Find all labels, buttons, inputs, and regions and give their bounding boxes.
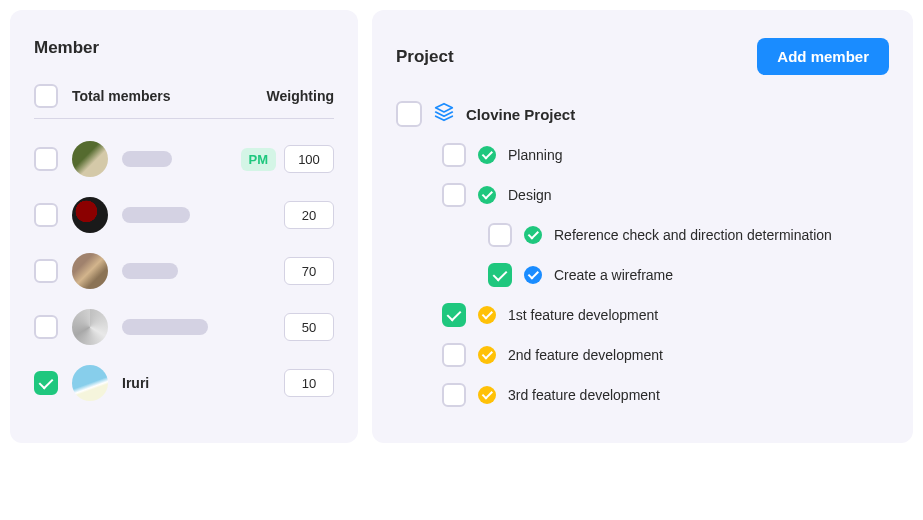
member-row: Iruri: [34, 355, 334, 411]
avatar: [72, 253, 108, 289]
member-name-placeholder: [122, 263, 178, 279]
task-row: 3rd feature development: [442, 375, 889, 415]
task-row: Create a wireframe: [488, 255, 889, 295]
project-tree: PlanningDesignReference check and direct…: [396, 135, 889, 415]
status-icon: [478, 306, 496, 324]
task-row: Design: [442, 175, 889, 215]
member-checkbox[interactable]: [34, 315, 58, 339]
status-icon: [478, 146, 496, 164]
task-label: 2nd feature development: [508, 347, 663, 363]
task-checkbox[interactable]: [442, 383, 466, 407]
member-table-header: Total members Weighting: [34, 84, 334, 119]
project-panel: Project Add member Clovine Project Plann…: [372, 10, 913, 443]
status-icon: [478, 386, 496, 404]
task-label: 3rd feature development: [508, 387, 660, 403]
status-icon: [524, 266, 542, 284]
weight-input[interactable]: [284, 313, 334, 341]
member-name-placeholder: [122, 207, 190, 223]
member-row: [34, 299, 334, 355]
task-label: 1st feature development: [508, 307, 658, 323]
task-label: Planning: [508, 147, 563, 163]
task-checkbox[interactable]: [442, 183, 466, 207]
avatar: [72, 141, 108, 177]
member-checkbox[interactable]: [34, 259, 58, 283]
status-icon: [524, 226, 542, 244]
avatar: [72, 309, 108, 345]
task-checkbox[interactable]: [488, 223, 512, 247]
weight-input[interactable]: [284, 369, 334, 397]
member-row: PM: [34, 131, 334, 187]
weight-input[interactable]: [284, 201, 334, 229]
member-panel-header: Member: [34, 38, 334, 58]
task-row: Planning: [442, 135, 889, 175]
member-row: [34, 243, 334, 299]
select-all-checkbox[interactable]: [34, 84, 58, 108]
layers-icon: [434, 102, 454, 126]
member-panel-title: Member: [34, 38, 99, 58]
member-checkbox[interactable]: [34, 147, 58, 171]
task-checkbox[interactable]: [442, 143, 466, 167]
member-checkbox[interactable]: [34, 371, 58, 395]
member-name-placeholder: [122, 319, 208, 335]
weight-input[interactable]: [284, 257, 334, 285]
task-checkbox[interactable]: [442, 343, 466, 367]
task-label: Reference check and direction determinat…: [554, 227, 832, 243]
member-name-placeholder: [122, 151, 172, 167]
status-icon: [478, 186, 496, 204]
avatar: [72, 365, 108, 401]
task-label: Create a wireframe: [554, 267, 673, 283]
svg-marker-0: [436, 104, 453, 112]
task-row: 1st feature development: [442, 295, 889, 335]
member-row: [34, 187, 334, 243]
member-panel: Member Total members Weighting PMIruri: [10, 10, 358, 443]
project-root-checkbox[interactable]: [396, 101, 422, 127]
member-list: PMIruri: [34, 131, 334, 411]
task-row: Reference check and direction determinat…: [488, 215, 889, 255]
task-checkbox[interactable]: [442, 303, 466, 327]
task-label: Design: [508, 187, 552, 203]
col-total-members: Total members: [72, 88, 171, 104]
task-checkbox[interactable]: [488, 263, 512, 287]
add-member-button[interactable]: Add member: [757, 38, 889, 75]
task-row: 2nd feature development: [442, 335, 889, 375]
pm-badge: PM: [241, 148, 277, 171]
member-checkbox[interactable]: [34, 203, 58, 227]
col-weighting: Weighting: [267, 88, 334, 104]
status-icon: [478, 346, 496, 364]
weight-input[interactable]: [284, 145, 334, 173]
project-root-name: Clovine Project: [466, 106, 575, 123]
project-panel-title: Project: [396, 47, 454, 67]
avatar: [72, 197, 108, 233]
app-container: Member Total members Weighting PMIruri P…: [10, 10, 913, 443]
project-panel-header: Project Add member: [396, 38, 889, 75]
project-root-row: Clovine Project: [396, 101, 889, 127]
member-name: Iruri: [122, 375, 149, 391]
